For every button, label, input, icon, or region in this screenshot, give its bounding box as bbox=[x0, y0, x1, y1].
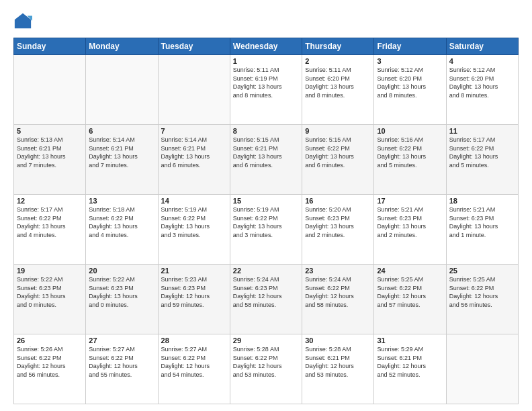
day-info: Sunrise: 5:11 AMSunset: 6:19 PMDaylight:… bbox=[233, 66, 299, 99]
calendar-header-day: Tuesday bbox=[158, 38, 230, 55]
day-number: 2 bbox=[305, 57, 371, 65]
day-number: 31 bbox=[377, 336, 443, 345]
day-number: 6 bbox=[89, 127, 154, 135]
calendar-cell: 28Sunrise: 5:27 AMSunset: 6:22 PMDayligh… bbox=[158, 334, 230, 404]
day-info: Sunrise: 5:12 AMSunset: 6:20 PMDaylight:… bbox=[377, 66, 443, 99]
calendar-cell: 19Sunrise: 5:22 AMSunset: 6:23 PMDayligh… bbox=[14, 265, 86, 334]
calendar-header-row: SundayMondayTuesdayWednesdayThursdayFrid… bbox=[14, 38, 519, 55]
day-number: 12 bbox=[17, 197, 83, 205]
calendar-cell: 4Sunrise: 5:12 AMSunset: 6:20 PMDaylight… bbox=[446, 55, 518, 125]
day-info: Sunrise: 5:16 AMSunset: 6:22 PMDaylight:… bbox=[377, 136, 443, 169]
calendar-cell: 13Sunrise: 5:18 AMSunset: 6:22 PMDayligh… bbox=[86, 195, 158, 265]
calendar-header-day: Friday bbox=[374, 38, 446, 55]
day-info: Sunrise: 5:12 AMSunset: 6:20 PMDaylight:… bbox=[449, 66, 515, 99]
day-info: Sunrise: 5:13 AMSunset: 6:21 PMDaylight:… bbox=[17, 136, 83, 169]
calendar-cell: 7Sunrise: 5:14 AMSunset: 6:21 PMDaylight… bbox=[158, 125, 230, 195]
day-number: 30 bbox=[305, 336, 371, 345]
day-info: Sunrise: 5:17 AMSunset: 6:22 PMDaylight:… bbox=[449, 136, 515, 169]
calendar-header-day: Monday bbox=[86, 38, 158, 55]
day-info: Sunrise: 5:28 AMSunset: 6:22 PMDaylight:… bbox=[233, 345, 299, 379]
day-info: Sunrise: 5:18 AMSunset: 6:22 PMDaylight:… bbox=[89, 205, 154, 239]
day-number: 7 bbox=[161, 127, 227, 135]
day-info: Sunrise: 5:15 AMSunset: 6:22 PMDaylight:… bbox=[305, 136, 371, 169]
calendar-cell: 2Sunrise: 5:11 AMSunset: 6:20 PMDaylight… bbox=[302, 55, 374, 125]
day-info: Sunrise: 5:24 AMSunset: 6:22 PMDaylight:… bbox=[305, 275, 371, 309]
calendar-week-row: 26Sunrise: 5:26 AMSunset: 6:22 PMDayligh… bbox=[14, 334, 519, 404]
day-number: 11 bbox=[449, 127, 515, 135]
calendar-cell: 20Sunrise: 5:22 AMSunset: 6:23 PMDayligh… bbox=[86, 265, 158, 334]
calendar-header-day: Sunday bbox=[14, 38, 86, 55]
day-number: 18 bbox=[449, 197, 515, 205]
calendar-cell: 6Sunrise: 5:14 AMSunset: 6:21 PMDaylight… bbox=[86, 125, 158, 195]
day-info: Sunrise: 5:22 AMSunset: 6:23 PMDaylight:… bbox=[89, 275, 154, 309]
day-info: Sunrise: 5:23 AMSunset: 6:23 PMDaylight:… bbox=[161, 275, 227, 309]
day-info: Sunrise: 5:19 AMSunset: 6:22 PMDaylight:… bbox=[233, 205, 299, 239]
day-number: 1 bbox=[233, 57, 299, 65]
header bbox=[13, 12, 519, 31]
calendar-cell: 22Sunrise: 5:24 AMSunset: 6:23 PMDayligh… bbox=[230, 265, 302, 334]
calendar-cell: 8Sunrise: 5:15 AMSunset: 6:21 PMDaylight… bbox=[230, 125, 302, 195]
calendar-cell bbox=[86, 55, 158, 125]
day-number: 8 bbox=[233, 127, 299, 135]
calendar-cell: 31Sunrise: 5:29 AMSunset: 6:21 PMDayligh… bbox=[374, 334, 446, 404]
day-info: Sunrise: 5:21 AMSunset: 6:23 PMDaylight:… bbox=[449, 205, 515, 239]
logo-icon bbox=[13, 12, 32, 31]
day-number: 25 bbox=[449, 267, 515, 275]
calendar-week-row: 19Sunrise: 5:22 AMSunset: 6:23 PMDayligh… bbox=[14, 265, 519, 334]
calendar-cell: 14Sunrise: 5:19 AMSunset: 6:22 PMDayligh… bbox=[158, 195, 230, 265]
day-number: 29 bbox=[233, 336, 299, 345]
day-number: 21 bbox=[161, 267, 227, 275]
calendar-table: SundayMondayTuesdayWednesdayThursdayFrid… bbox=[13, 38, 519, 404]
day-number: 17 bbox=[377, 197, 443, 205]
calendar-cell bbox=[158, 55, 230, 125]
calendar-header-day: Wednesday bbox=[230, 38, 302, 55]
calendar-cell: 27Sunrise: 5:27 AMSunset: 6:22 PMDayligh… bbox=[86, 334, 158, 404]
day-info: Sunrise: 5:17 AMSunset: 6:22 PMDaylight:… bbox=[17, 205, 83, 239]
calendar-cell: 18Sunrise: 5:21 AMSunset: 6:23 PMDayligh… bbox=[446, 195, 518, 265]
calendar-cell: 11Sunrise: 5:17 AMSunset: 6:22 PMDayligh… bbox=[446, 125, 518, 195]
day-number: 23 bbox=[305, 267, 371, 275]
day-info: Sunrise: 5:19 AMSunset: 6:22 PMDaylight:… bbox=[161, 205, 227, 239]
svg-marker-0 bbox=[15, 13, 31, 28]
day-number: 3 bbox=[377, 57, 443, 65]
day-info: Sunrise: 5:25 AMSunset: 6:22 PMDaylight:… bbox=[449, 275, 515, 309]
calendar-cell bbox=[446, 334, 518, 404]
day-number: 19 bbox=[17, 267, 83, 275]
calendar-week-row: 1Sunrise: 5:11 AMSunset: 6:19 PMDaylight… bbox=[14, 55, 519, 125]
day-number: 26 bbox=[17, 336, 83, 345]
day-number: 5 bbox=[17, 127, 83, 135]
calendar-cell: 23Sunrise: 5:24 AMSunset: 6:22 PMDayligh… bbox=[302, 265, 374, 334]
page: SundayMondayTuesdayWednesdayThursdayFrid… bbox=[0, 0, 532, 411]
calendar-cell: 3Sunrise: 5:12 AMSunset: 6:20 PMDaylight… bbox=[374, 55, 446, 125]
calendar-cell: 9Sunrise: 5:15 AMSunset: 6:22 PMDaylight… bbox=[302, 125, 374, 195]
day-info: Sunrise: 5:24 AMSunset: 6:23 PMDaylight:… bbox=[233, 275, 299, 309]
day-info: Sunrise: 5:27 AMSunset: 6:22 PMDaylight:… bbox=[89, 345, 154, 379]
day-info: Sunrise: 5:29 AMSunset: 6:21 PMDaylight:… bbox=[377, 345, 443, 379]
calendar-cell: 17Sunrise: 5:21 AMSunset: 6:23 PMDayligh… bbox=[374, 195, 446, 265]
calendar-cell: 16Sunrise: 5:20 AMSunset: 6:23 PMDayligh… bbox=[302, 195, 374, 265]
calendar-header-day: Thursday bbox=[302, 38, 374, 55]
day-number: 20 bbox=[89, 267, 154, 275]
day-number: 14 bbox=[161, 197, 227, 205]
calendar-cell: 10Sunrise: 5:16 AMSunset: 6:22 PMDayligh… bbox=[374, 125, 446, 195]
day-number: 10 bbox=[377, 127, 443, 135]
day-info: Sunrise: 5:27 AMSunset: 6:22 PMDaylight:… bbox=[161, 345, 227, 379]
calendar-cell: 26Sunrise: 5:26 AMSunset: 6:22 PMDayligh… bbox=[14, 334, 86, 404]
logo bbox=[13, 12, 35, 31]
day-info: Sunrise: 5:20 AMSunset: 6:23 PMDaylight:… bbox=[305, 205, 371, 239]
calendar-cell: 25Sunrise: 5:25 AMSunset: 6:22 PMDayligh… bbox=[446, 265, 518, 334]
day-number: 9 bbox=[305, 127, 371, 135]
day-info: Sunrise: 5:21 AMSunset: 6:23 PMDaylight:… bbox=[377, 205, 443, 239]
day-info: Sunrise: 5:14 AMSunset: 6:21 PMDaylight:… bbox=[89, 136, 154, 169]
calendar-cell bbox=[14, 55, 86, 125]
calendar-cell: 29Sunrise: 5:28 AMSunset: 6:22 PMDayligh… bbox=[230, 334, 302, 404]
calendar-cell: 15Sunrise: 5:19 AMSunset: 6:22 PMDayligh… bbox=[230, 195, 302, 265]
day-number: 16 bbox=[305, 197, 371, 205]
day-info: Sunrise: 5:15 AMSunset: 6:21 PMDaylight:… bbox=[233, 136, 299, 169]
day-info: Sunrise: 5:14 AMSunset: 6:21 PMDaylight:… bbox=[161, 136, 227, 169]
day-number: 4 bbox=[449, 57, 515, 65]
calendar-week-row: 5Sunrise: 5:13 AMSunset: 6:21 PMDaylight… bbox=[14, 125, 519, 195]
calendar-cell: 21Sunrise: 5:23 AMSunset: 6:23 PMDayligh… bbox=[158, 265, 230, 334]
calendar-cell: 5Sunrise: 5:13 AMSunset: 6:21 PMDaylight… bbox=[14, 125, 86, 195]
day-number: 27 bbox=[89, 336, 154, 345]
